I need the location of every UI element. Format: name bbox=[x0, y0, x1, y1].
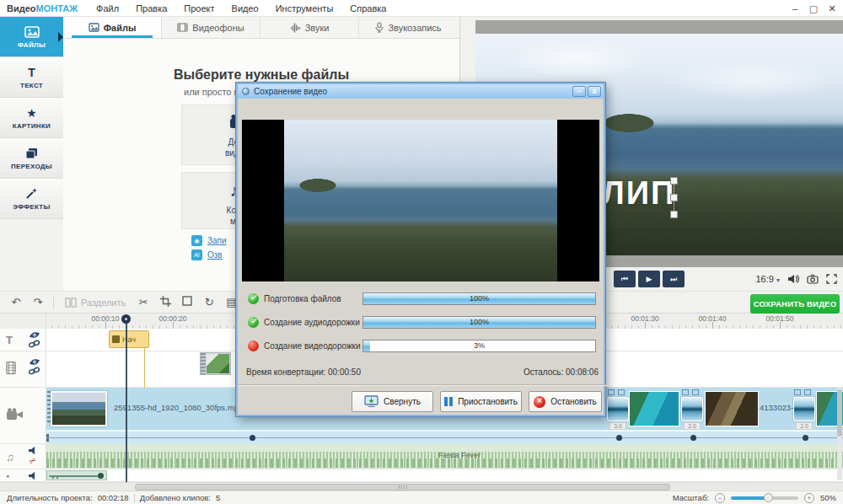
zoom-value: 50% bbox=[820, 493, 836, 502]
image-icon bbox=[89, 23, 99, 32]
video-caption-text[interactable]: ЛИП bbox=[602, 175, 675, 212]
frame-icon[interactable] bbox=[176, 296, 198, 308]
speaker-icon[interactable] bbox=[28, 446, 39, 455]
handle-square[interactable] bbox=[670, 211, 678, 218]
speaker-icon[interactable] bbox=[28, 471, 39, 480]
sidebar-item-transitions[interactable]: ПЕРЕХОДЫ bbox=[0, 138, 63, 179]
track-text-header: T bbox=[0, 329, 46, 351]
voice-clip[interactable] bbox=[46, 470, 107, 480]
transition-tile[interactable] bbox=[607, 397, 629, 421]
clip-grip[interactable] bbox=[201, 353, 206, 374]
tab-voice-recording[interactable]: Звукозапись bbox=[359, 17, 458, 38]
minimize-to-tray-button[interactable]: Свернуть bbox=[352, 391, 433, 412]
volume-keyframe[interactable] bbox=[690, 435, 696, 441]
volume-keyframe[interactable] bbox=[803, 435, 808, 441]
volume-envelope-strip[interactable] bbox=[46, 430, 843, 444]
menu-tools[interactable]: Инструменты bbox=[267, 3, 342, 13]
next-frame-button[interactable]: ⏭ bbox=[663, 271, 685, 287]
scrollbar-thumb[interactable] bbox=[135, 484, 670, 491]
redo-icon[interactable]: ↷ bbox=[27, 296, 49, 308]
files-panel-subheading: или просто п bbox=[184, 87, 239, 97]
transition-handle[interactable] bbox=[804, 389, 811, 395]
overlay-clip[interactable] bbox=[200, 352, 231, 375]
ruler-timestamp: 00:01:50 bbox=[760, 314, 800, 323]
volume-keyframe[interactable] bbox=[616, 435, 622, 441]
clip1-thumbnail[interactable] bbox=[51, 391, 107, 426]
zoom-slider-thumb[interactable] bbox=[764, 493, 773, 502]
voice-keyframe[interactable] bbox=[98, 473, 104, 479]
star-icon: ★ bbox=[26, 106, 37, 120]
transition-tile[interactable] bbox=[793, 397, 815, 421]
pause-button[interactable]: Приостановить bbox=[440, 391, 522, 412]
tab-files[interactable]: Файлы bbox=[63, 17, 162, 38]
tab-video-backgrounds[interactable]: Видеофоны bbox=[162, 17, 260, 38]
transition-tile[interactable] bbox=[681, 397, 703, 421]
task-in-progress-icon bbox=[248, 340, 259, 351]
menu-video[interactable]: Видео bbox=[223, 3, 267, 13]
sidebar-item-pictures[interactable]: ★ КАРТИНКИ bbox=[0, 98, 63, 138]
record-link[interactable]: ◉ Запи bbox=[191, 235, 227, 246]
rotate-icon[interactable]: ↻ bbox=[198, 296, 220, 308]
webcam-icon: ◉ bbox=[191, 235, 202, 246]
transition-handle[interactable] bbox=[794, 389, 801, 395]
caption-handles[interactable] bbox=[674, 179, 681, 217]
minimize-monitor-icon bbox=[364, 395, 379, 408]
play-button[interactable]: ▶ bbox=[638, 271, 660, 287]
transition-handle[interactable] bbox=[682, 389, 689, 395]
split-button[interactable]: Разделить bbox=[58, 298, 132, 308]
transition-duration: 3.0 bbox=[609, 422, 626, 430]
sidebar-item-files[interactable]: ФАЙЛЫ bbox=[0, 17, 63, 57]
zoom-label: Масштаб: bbox=[673, 493, 709, 502]
menu-help[interactable]: Справка bbox=[341, 3, 395, 13]
clip-thumbnail[interactable] bbox=[629, 391, 679, 426]
scrollbar-thumb[interactable] bbox=[837, 389, 842, 437]
undo-icon[interactable]: ↶ bbox=[5, 296, 27, 308]
dialog-title-bar[interactable]: Сохранение видео – x bbox=[238, 84, 604, 99]
fullscreen-icon[interactable] bbox=[826, 274, 837, 284]
ai-voiceover-link[interactable]: AI Озв bbox=[191, 249, 223, 260]
volume-icon[interactable] bbox=[787, 274, 799, 284]
volume-keyframe[interactable] bbox=[250, 435, 255, 441]
track-overlay-header bbox=[0, 351, 46, 387]
sidebar-item-effects[interactable]: ЭФФЕКТЫ bbox=[0, 179, 63, 219]
dialog-minimize-icon[interactable]: – bbox=[572, 86, 586, 97]
dialog-close-icon[interactable]: x bbox=[588, 86, 601, 97]
mute-scissors-icon[interactable]: ✂ bbox=[28, 456, 38, 467]
handle-square[interactable] bbox=[670, 194, 678, 201]
sidebar: ФАЙЛЫ T ТЕКСТ ★ КАРТИНКИ ПЕРЕХОДЫ ЭФФЕКТ… bbox=[0, 17, 63, 291]
menu-file[interactable]: Файл bbox=[88, 3, 127, 13]
zoom-in-button[interactable]: + bbox=[804, 493, 814, 503]
scissors-icon[interactable]: ✂ bbox=[132, 296, 154, 308]
clip1-filename[interactable]: 2591355-hd_1920_1080_30fps.mp4 bbox=[114, 403, 243, 412]
conversion-time-label: Время конвертации: bbox=[246, 367, 325, 377]
zoom-slider[interactable] bbox=[731, 496, 798, 500]
crop-icon[interactable] bbox=[154, 296, 176, 309]
aspect-ratio-select[interactable]: 16:9 ▾ bbox=[756, 274, 781, 284]
zoom-out-button[interactable]: − bbox=[715, 493, 725, 503]
title-clip[interactable]: Нач bbox=[109, 330, 149, 348]
close-window-icon[interactable]: ✕ bbox=[824, 3, 840, 14]
window-controls: – ▢ ✕ bbox=[787, 0, 840, 17]
tab-sounds[interactable]: Звуки bbox=[260, 17, 359, 38]
save-video-button[interactable]: СОХРАНИТЬ ВИДЕО bbox=[750, 294, 840, 314]
zoom-controls: Масштаб: − + 50% bbox=[673, 493, 836, 503]
vertical-scrollbar[interactable] bbox=[837, 388, 842, 480]
menu-edit[interactable]: Правка bbox=[127, 3, 175, 13]
stop-button[interactable]: Остановить bbox=[529, 391, 602, 412]
playhead-line[interactable] bbox=[126, 322, 127, 482]
transition-handle[interactable] bbox=[692, 389, 699, 395]
clip-thumbnail[interactable] bbox=[705, 391, 759, 426]
snapshot-camera-icon[interactable] bbox=[807, 274, 819, 284]
previous-frame-button[interactable]: ⏮ bbox=[614, 271, 636, 287]
sidebar-item-text[interactable]: T ТЕКСТ bbox=[0, 57, 63, 98]
minimize-window-icon[interactable]: – bbox=[787, 3, 803, 13]
clip2-filename[interactable]: 4133023-h bbox=[760, 403, 797, 412]
transition-handle[interactable] bbox=[618, 389, 625, 395]
handle-square[interactable] bbox=[670, 177, 678, 185]
menu-project[interactable]: Проект bbox=[175, 3, 223, 13]
transition-handle[interactable] bbox=[608, 389, 615, 395]
maximize-window-icon[interactable]: ▢ bbox=[806, 3, 821, 14]
horizontal-scrollbar[interactable] bbox=[0, 482, 843, 491]
film-icon bbox=[177, 23, 188, 32]
task-row-video-track: Создание видеодорожки 3% bbox=[238, 340, 607, 353]
